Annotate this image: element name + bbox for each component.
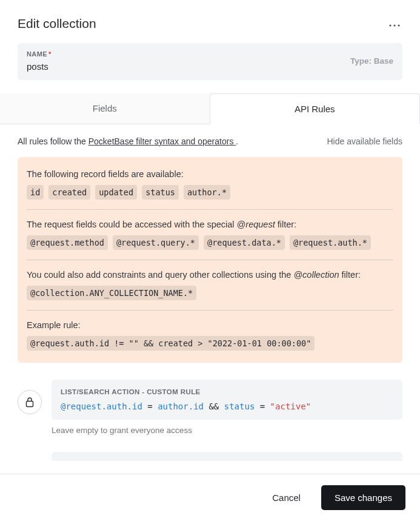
rule-title-list: LIST/SEARCH ACTION - CUSTOM RULE [61,388,393,395]
lock-toggle-list[interactable] [18,390,42,414]
collection-name-input[interactable] [27,58,208,72]
chip-req-method: @request.method [27,235,108,250]
info-record-text: The following record fields are availabl… [27,168,393,181]
save-button[interactable]: Save changes [321,485,405,510]
example-rule-chip-row: @request.auth.id != "" && created > "202… [27,336,393,351]
footer-actions: Cancel Save changes [0,474,420,521]
hide-fields-toggle[interactable]: Hide available fields [327,136,402,146]
svg-point-2 [398,24,399,26]
chip-author: author.* [184,185,230,200]
collection-fields-chips: @collection.ANY_COLLECTION_NAME.* [27,286,393,300]
type-label: Type: Base [350,56,393,66]
more-horizontal-icon [389,24,400,27]
rule-block-view: VIEW ACTION - ADMINS ONLY Only admins wi… [18,452,402,461]
request-fields-chips: @request.method @request.query.* @reques… [27,235,393,250]
tab-content: All rules follow the PocketBase filter s… [0,124,420,461]
chip-id: id [27,185,44,200]
info-collection-text: You could also add constraints and query… [27,269,393,282]
name-label: NAME* [27,50,208,58]
chip-status: status [142,185,179,200]
tabs-container: Fields API Rules [0,93,420,124]
lock-icon [25,397,35,408]
rule-block-list: LIST/SEARCH ACTION - CUSTOM RULE @reques… [18,380,402,435]
rule-input-view[interactable]: VIEW ACTION - ADMINS ONLY [52,452,402,461]
rule-code-list: @request.auth.id = author.id && status =… [61,402,393,411]
chip-created: created [48,185,90,200]
chip-req-query: @request.query.* [113,235,199,250]
page-title: Edit collection [18,16,96,31]
svg-point-1 [393,24,395,26]
syntax-text: All rules follow the PocketBase filter s… [18,136,238,146]
modal-header: Edit collection [0,0,420,43]
chip-example-rule: @request.auth.id != "" && created > "202… [27,336,315,351]
tab-fields[interactable]: Fields [0,93,210,124]
chip-req-data: @request.data.* [204,235,285,250]
record-fields-chips: id created updated status author.* [27,185,393,200]
syntax-link[interactable]: PocketBase filter syntax and operators [88,136,236,146]
name-field-container: NAME* Type: Base [18,43,402,80]
cancel-button[interactable]: Cancel [265,486,308,509]
more-options-button[interactable] [387,15,402,32]
svg-rect-3 [27,402,33,407]
chip-req-auth: @request.auth.* [290,235,371,250]
rule-input-list[interactable]: LIST/SEARCH ACTION - CUSTOM RULE @reques… [52,380,402,420]
tab-api-rules[interactable]: API Rules [210,93,421,124]
rule-hint-list: Leave empty to grant everyone access [52,426,402,435]
rule-title-view: VIEW ACTION - ADMINS ONLY [61,460,393,461]
chip-collection: @collection.ANY_COLLECTION_NAME.* [27,286,196,300]
info-example-label: Example rule: [27,319,393,332]
info-request-text: The request fields could be accessed wit… [27,218,393,232]
available-fields-panel: The following record fields are availabl… [18,157,402,363]
syntax-info-row: All rules follow the PocketBase filter s… [18,136,402,146]
svg-point-0 [389,24,391,26]
chip-updated: updated [95,185,137,200]
